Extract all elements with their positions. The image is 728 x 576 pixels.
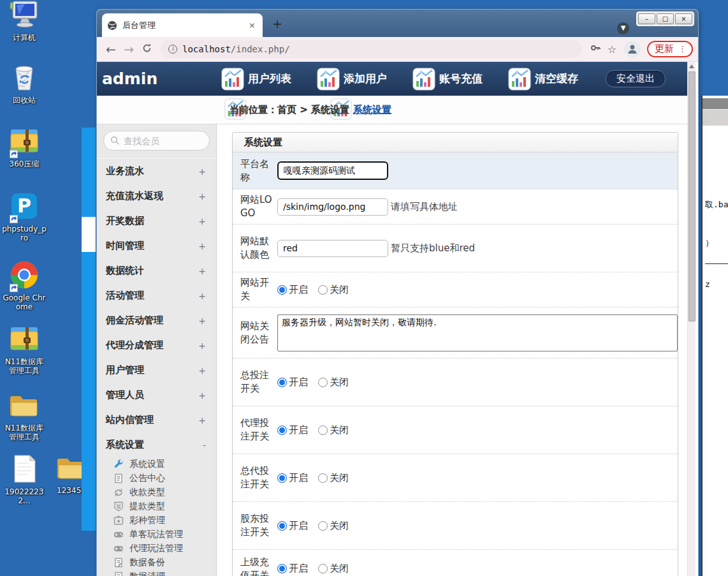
chevron-down-icon[interactable]: ▼ (617, 22, 629, 34)
desktop-icon-computer[interactable]: 计算机 (1, 0, 47, 42)
cleanup-doc-icon (113, 572, 124, 576)
sidebar-menu-item-10[interactable]: 站内信管理 + (97, 408, 216, 432)
sidebar-menu-item-5[interactable]: 活动管理 + (97, 283, 216, 308)
sidebar-submenu-item-8[interactable]: 数据清理 (97, 570, 216, 576)
desktop-icon-document[interactable]: 190222232... (1, 454, 47, 505)
radio-on-icon[interactable] (277, 425, 287, 435)
sidebar-submenu-item-1[interactable]: 公告中心 (97, 471, 216, 485)
bookmark-star-icon[interactable]: ☆ (604, 43, 620, 55)
sidebar-menu-item-1[interactable]: 充值流水返现 + (97, 184, 216, 209)
desktop-icon-label: 回收站 (1, 96, 47, 105)
sidebar-menu-item-4[interactable]: 数据统计 + (97, 258, 216, 283)
minimize-button[interactable]: – (638, 13, 655, 24)
menu-item-label: 活动管理 (106, 290, 144, 302)
collapse-minus-icon: - (203, 440, 206, 450)
radio-on-icon[interactable] (277, 378, 287, 387)
form-textarea-4[interactable]: 服务器升级，网站暂时关闭，敬请期待. (277, 314, 678, 351)
sidebar-submenu-item-2[interactable]: 收款类型 (97, 485, 216, 499)
search-input[interactable] (124, 136, 200, 146)
folder-icon (10, 410, 39, 422)
browser-tab[interactable]: 后台管理 × (102, 13, 263, 37)
sidebar-submenu-item-3[interactable]: 提款类型 (97, 499, 216, 513)
radio-off-icon[interactable] (318, 378, 328, 387)
sidebar-menu-item-2[interactable]: 开奖数据 + (97, 209, 216, 233)
settings-form: 平台名称网站LOGO请填写具体地址网站默认颜色暂只支持blue和red网站开关 … (233, 152, 678, 576)
forward-icon[interactable]: → (120, 42, 138, 56)
nav-item-2[interactable]: 账号充值 (412, 68, 483, 91)
radio-off-icon[interactable] (318, 425, 328, 435)
background-strip-notch (82, 217, 96, 252)
logout-button[interactable]: 安全退出 (606, 70, 666, 87)
sidebar-menu-item-9[interactable]: 管理人员 + (97, 383, 216, 408)
member-search-box[interactable] (103, 131, 210, 151)
url-text[interactable]: localhost/index.php/ (182, 44, 290, 54)
sidebar-menu-item-11[interactable]: 系统设置 - (97, 432, 216, 457)
sidebar-submenu-item-6[interactable]: 代理玩法管理 (97, 542, 216, 556)
form-input-1[interactable] (277, 198, 388, 216)
page-scrollbar[interactable] (687, 62, 695, 576)
submenu-item-label: 数据备份 (129, 557, 165, 568)
sidebar-submenu-item-5[interactable]: 单客玩法管理 (97, 528, 216, 542)
form-input-2[interactable] (277, 240, 388, 257)
radio-on-icon[interactable] (277, 285, 287, 295)
radio-off-icon[interactable] (318, 521, 328, 531)
desktop-icon-recycle-bin[interactable]: 回收站 (1, 63, 47, 105)
notice-doc-icon (113, 473, 124, 484)
desktop-icon-zip-folder[interactable]: 360压缩 (1, 126, 47, 168)
sidebar-menu-item-6[interactable]: 佣金活动管理 + (97, 308, 216, 333)
radio-group-7: 开启 关闭 (277, 472, 359, 484)
radio-on-icon[interactable] (277, 521, 287, 531)
close-button[interactable]: × (675, 13, 692, 24)
tab-close-icon[interactable]: × (247, 20, 258, 30)
search-icon (110, 136, 120, 145)
desktop-icon-phpstudy[interactable]: P phpstudy_pro (1, 191, 47, 242)
radio-off-label: 关闭 (330, 563, 349, 575)
radio-on-icon[interactable] (277, 473, 287, 483)
form-input-0[interactable] (277, 161, 388, 180)
expand-plus-icon: + (198, 241, 206, 251)
form-row-8: 股东投注开关 开启 关闭 (233, 501, 678, 549)
sidebar-menu-item-7[interactable]: 代理分成管理 + (97, 333, 216, 358)
profile-avatar[interactable] (624, 41, 641, 57)
sidebar-submenu-item-4[interactable]: 彩种管理 (97, 513, 216, 528)
panel-header: 系统设置 (233, 133, 678, 152)
browser-menu-icon[interactable]: ⋮ (678, 44, 687, 54)
expand-plus-icon: + (198, 366, 206, 376)
new-tab-button[interactable]: + (269, 16, 286, 33)
back-icon[interactable]: ← (102, 42, 120, 56)
nav-item-0[interactable]: 用户列表 (221, 68, 291, 91)
expand-plus-icon: + (198, 266, 206, 276)
expand-plus-icon: + (198, 316, 206, 326)
password-key-icon[interactable] (587, 42, 604, 56)
radio-off-icon[interactable] (318, 285, 328, 295)
url-bar[interactable]: i localhost/index.php/ (161, 40, 582, 58)
nav-item-3[interactable]: 清空缓存 (508, 68, 578, 91)
menu-item-label: 佣金活动管理 (106, 314, 163, 327)
radio-off-icon[interactable] (318, 473, 328, 483)
desktop-icon-label: Google Chrome (1, 293, 47, 311)
desktop-icon-folder[interactable]: N11数据库管理工具 (1, 390, 47, 441)
maximize-button[interactable]: □ (657, 13, 674, 24)
breadcrumb-current-link[interactable]: 系统设置 (353, 104, 391, 116)
radio-off-icon[interactable] (318, 564, 328, 573)
scrollbar-thumb[interactable] (688, 71, 695, 321)
radio-on-icon[interactable] (277, 564, 287, 573)
submenu-item-label: 数据清理 (129, 571, 165, 576)
chrome-update-button[interactable]: 更新 ⋮ (647, 41, 693, 57)
background-notepad-window[interactable]: 取.ba）—————z (701, 96, 728, 576)
scrollbar-up-icon[interactable] (688, 62, 695, 70)
menu-item-label: 管理人员 (106, 389, 144, 401)
desktop-icon-zip-folder[interactable]: N11数据库管理工具 (1, 324, 47, 375)
sidebar-menu-item-8[interactable]: 用户管理 + (97, 358, 216, 383)
desktop-icon-chrome[interactable]: Google Chrome (1, 260, 47, 311)
expand-plus-icon: + (198, 415, 206, 425)
sidebar-menu-item-0[interactable]: 业务流水 + (97, 159, 216, 184)
page-info-icon[interactable]: i (168, 45, 177, 54)
sidebar: 业务流水 +充值流水返现 +开奖数据 +时间管理 +数据统计 +活动管理 +佣金… (97, 124, 217, 576)
sidebar-submenu-item-0[interactable]: 系统设置 (97, 457, 216, 471)
reload-icon[interactable] (138, 42, 156, 56)
sidebar-menu-item-3[interactable]: 时间管理 + (97, 233, 216, 258)
nav-item-1[interactable]: 添加用户 (317, 68, 387, 91)
sidebar-submenu-item-7[interactable]: 数据备份 (97, 556, 216, 570)
radio-group-8: 开启 关闭 (277, 520, 359, 532)
